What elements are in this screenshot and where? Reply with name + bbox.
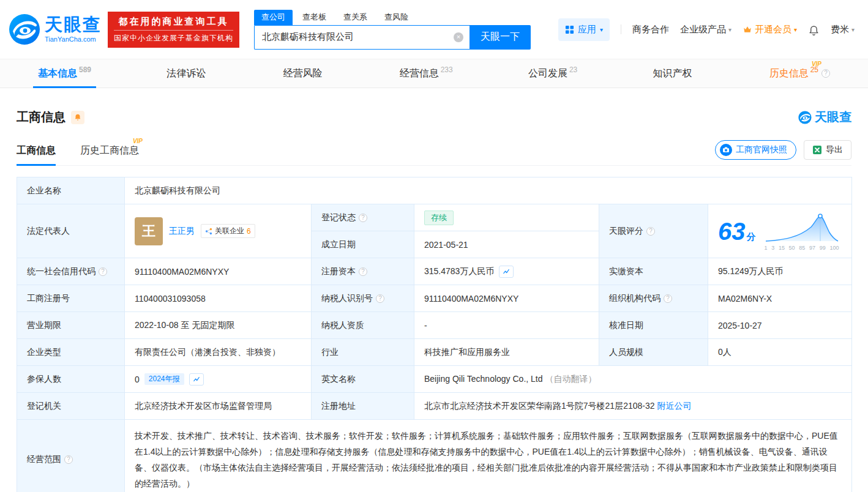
table-row: 营业期限 2022-10-08 至 无固定期限 纳税人资质 - 核准日期 202…: [17, 312, 852, 339]
table-row: 统一社会信用代码? 91110400MA02M6NYXY 注册资本? 315.4…: [17, 258, 852, 285]
grid-icon: [565, 25, 574, 34]
header: 天眼查 TianYanCha.com 都在用的商业查询工具 国家中小企业发展子基…: [0, 0, 868, 59]
tick: 85: [799, 245, 805, 251]
section-actions: 工商官网快照 导出: [715, 140, 851, 165]
tab-count: 233: [441, 65, 453, 74]
reg-address-value: 北京市北京经济技术开发区荣华南路1号院7号楼21层2108-32: [424, 401, 655, 411]
help-icon[interactable]: ?: [821, 69, 830, 78]
subtab-row: 工商信息 VIP 历史工商信息 工商官网快照 导出: [17, 140, 851, 166]
tab-count: 589: [79, 65, 91, 74]
legal-rep-cell: 王 王正男 关联企业 6: [125, 204, 312, 258]
chevron-down-icon: ▾: [728, 26, 731, 33]
subtab-history-business-info[interactable]: VIP 历史工商信息: [80, 144, 139, 165]
search-tab-relation[interactable]: 查关系: [336, 10, 375, 25]
insured-count-label: 参保人数: [17, 366, 125, 393]
industry-label: 行业: [312, 339, 414, 366]
tab-label: 历史信息: [769, 67, 809, 80]
status-badge: 存续: [424, 211, 454, 225]
chevron-down-icon: ▾: [851, 26, 855, 33]
reg-number-label: 工商注册号: [17, 285, 125, 312]
company-name-label: 企业名称: [17, 177, 125, 204]
help-icon[interactable]: ?: [359, 214, 367, 222]
search-tab-boss[interactable]: 查老板: [295, 10, 334, 25]
clear-icon[interactable]: ×: [454, 32, 463, 42]
help-icon[interactable]: ?: [64, 455, 73, 464]
score-value: 63分: [718, 219, 756, 244]
tick: 15: [779, 245, 785, 251]
menu-item-enterprise[interactable]: 企业级产品 ▾: [680, 24, 731, 35]
company-nav-tabs: 基本信息 589 法律诉讼 经营风险 经营信息 233 公司发展 23 知识产权…: [0, 59, 868, 88]
subtab-label: 历史工商信息: [80, 145, 139, 155]
official-snapshot-button[interactable]: 工商官网快照: [715, 140, 796, 160]
reg-number-value: 110400031093058: [125, 285, 312, 312]
reg-capital-label-cell: 注册资本?: [312, 258, 414, 285]
search-area: 查公司 查老板 查关系 查风险 × 天眼一下: [254, 10, 531, 50]
username: 费米: [831, 24, 849, 35]
menu-item-cooperation[interactable]: 商务合作: [632, 24, 669, 35]
menu-item-vip[interactable]: 开通会员 ▾: [743, 24, 797, 35]
nearby-companies-link[interactable]: 附近公司: [657, 401, 691, 411]
tab-basic-info[interactable]: 基本信息 589: [31, 59, 99, 88]
help-icon[interactable]: ?: [664, 294, 672, 303]
business-info-table: 企业名称 北京麒砺科技有限公司 法定代表人 王 王正男 关联企业 6 登记状态?: [17, 177, 852, 492]
legal-rep-avatar[interactable]: 王: [135, 217, 163, 245]
auto-translate-note: （自动翻译）: [545, 374, 596, 384]
subtab-label: 工商信息: [17, 145, 56, 155]
search-tab-company[interactable]: 查公司: [254, 10, 293, 25]
help-icon[interactable]: ?: [376, 294, 384, 303]
legal-rep-name-link[interactable]: 王正男: [169, 226, 195, 237]
reg-address-value-cell: 北京市北京经济技术开发区荣华南路1号院7号楼21层2108-32 附近公司: [414, 393, 852, 420]
tab-intellectual-property[interactable]: 知识产权: [645, 59, 701, 88]
taxpayer-quality-label: 纳税人资质: [312, 312, 414, 339]
table-row: 参保人数 0 2024年报 英文名称 Beijing Qili Technolo…: [17, 366, 852, 393]
vip-label: 开通会员: [755, 24, 791, 35]
monitor-bell-icon[interactable]: [71, 111, 84, 124]
promo-banner-line2: 国家中小企业发展子基金旗下机构: [114, 30, 233, 43]
tab-company-development[interactable]: 公司发展 23: [521, 59, 585, 88]
apps-button[interactable]: 应用 ▾: [558, 18, 610, 41]
export-button[interactable]: 导出: [804, 140, 851, 160]
taxpayer-id-label: 纳税人识别号: [321, 293, 373, 304]
search-input[interactable]: [254, 25, 470, 50]
subtab-business-info[interactable]: 工商信息: [17, 144, 56, 165]
section-title: 工商信息: [17, 109, 65, 125]
tab-label: 经营信息: [400, 67, 439, 80]
related-companies-tag[interactable]: 关联企业 6: [201, 224, 255, 238]
help-icon[interactable]: ?: [99, 267, 107, 276]
help-icon[interactable]: ?: [359, 267, 367, 276]
tab-legal-proceedings[interactable]: 法律诉讼: [159, 59, 215, 88]
search-tabs: 查公司 查老板 查关系 查风险: [254, 10, 531, 25]
tab-operation-risk[interactable]: 经营风险: [275, 59, 331, 88]
capital-trend-icon[interactable]: [499, 266, 514, 278]
help-icon[interactable]: ?: [646, 227, 655, 236]
excel-icon: [812, 145, 822, 155]
promo-banner: 都在用的商业查询工具 国家中小企业发展子基金旗下机构: [108, 12, 239, 48]
export-label: 导出: [826, 144, 843, 155]
main-content: 工商信息 天眼查 工商信息 VIP 历史工商信息 工商官网快照: [0, 109, 868, 492]
search-tab-risk[interactable]: 查风险: [377, 10, 416, 25]
notification-bell-icon[interactable]: [808, 24, 820, 35]
table-row: 登记机关 北京经济技术开发区市场监督管理局 注册地址 北京市北京经济技术开发区荣…: [17, 393, 852, 420]
snapshot-label: 工商官网快照: [736, 144, 787, 155]
tick: 99: [820, 245, 826, 251]
reg-authority-value: 北京经济技术开发区市场监督管理局: [125, 393, 312, 420]
score-chart: 1 3 15 50 85 97 99 100: [765, 212, 839, 251]
camera-icon: [720, 144, 732, 156]
org-code-label: 组织机构代码: [609, 293, 660, 304]
business-scope-label-cell: 经营范围?: [17, 420, 125, 492]
tianyancha-logo[interactable]: 天眼查 TianYanCha.com: [9, 13, 102, 45]
tab-operation-info[interactable]: 经营信息 233: [392, 59, 460, 88]
reg-status-label-cell: 登记状态?: [312, 204, 414, 231]
vip-badge: VIP: [133, 138, 143, 144]
header-menu: 应用 ▾ 商务合作 企业级产品 ▾ 开通会员 ▾ 费米 ▾: [558, 18, 855, 41]
staff-size-label: 人员规模: [599, 339, 708, 366]
tab-count: 25: [810, 65, 818, 74]
annual-report-tag[interactable]: 2024年报: [144, 373, 184, 385]
tab-history-info[interactable]: VIP 历史信息 25 ?: [762, 59, 837, 88]
score-axis-ticks: 1 3 15 50 85 97 99 100: [765, 245, 839, 251]
english-name-value-cell: Beijing Qili Technology Co., Ltd （自动翻译）: [414, 366, 852, 393]
score-curve-chart: [765, 212, 839, 242]
search-button[interactable]: 天眼一下: [470, 25, 531, 50]
user-menu[interactable]: 费米 ▾: [831, 24, 855, 35]
insured-trend-icon[interactable]: [189, 373, 204, 386]
